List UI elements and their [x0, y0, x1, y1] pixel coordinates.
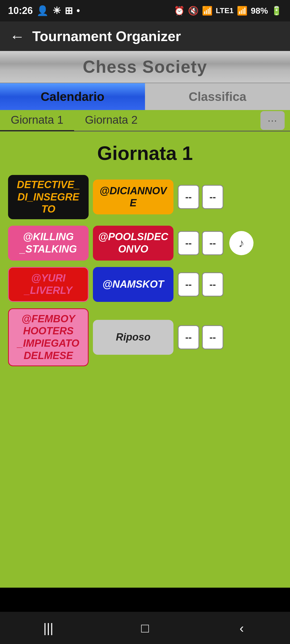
match-row: @FEMBOYHOOTERS_IMPIEGATODELMESE Riposo -…: [8, 308, 282, 366]
player2-name: @POOLSIDECONVO: [98, 231, 168, 255]
flip-icon: ⊞: [65, 5, 73, 16]
wifi-icon: 📶: [202, 6, 213, 16]
battery-icon: 🔋: [271, 6, 282, 16]
player1-card[interactable]: @YURI_LIVERLY: [8, 267, 89, 302]
status-time: 10:26: [8, 5, 33, 16]
player2-card[interactable]: @POOLSIDECONVO: [93, 226, 173, 261]
nav-menu-button[interactable]: |||: [35, 617, 62, 639]
score-pair: -- --: [178, 231, 223, 255]
chess-society-title: Chess Society: [83, 57, 207, 77]
chess-society-banner: Chess Society: [0, 51, 290, 83]
tab-calendario[interactable]: Calendario: [0, 83, 145, 110]
back-button[interactable]: ←: [10, 28, 25, 45]
alarm-icon: ⏰: [174, 6, 185, 16]
player2-card[interactable]: @DICIANNOVE: [93, 180, 173, 214]
page-title: Tournament Organizer: [32, 28, 181, 44]
sub-tabs: Giornata 1 Giornata 2: [0, 110, 260, 131]
player2-card: Riposo: [93, 320, 173, 355]
person-icon: 👤: [37, 5, 49, 16]
status-right: ⏰ 🔇 📶 LTE1 📶 98% 🔋: [174, 6, 282, 16]
score-box-2[interactable]: --: [202, 272, 223, 297]
status-bar: 10:26 👤 ☀ ⊞ • ⏰ 🔇 📶 LTE1 📶 98% 🔋: [0, 0, 290, 21]
main-tabs: Calendario Classifica: [0, 83, 290, 110]
sub-tabs-container: Giornata 1 Giornata 2 ···: [0, 110, 290, 131]
player1-name: @KILLING_STALKING: [20, 231, 77, 255]
player1-card[interactable]: DETECTIVE_DI_INSEGRETO: [8, 175, 89, 219]
top-bar: ← Tournament Organizer: [0, 21, 290, 51]
match-row: DETECTIVE_DI_INSEGRETO @DICIANNOVE -- --: [8, 175, 282, 219]
more-button[interactable]: ···: [260, 111, 285, 130]
score-box-2[interactable]: --: [202, 325, 223, 349]
score-box-1[interactable]: --: [178, 185, 199, 209]
menu-icon: |||: [43, 621, 53, 635]
music-button[interactable]: ♪: [229, 231, 253, 255]
brightness-icon: ☀: [52, 5, 61, 16]
player1-card[interactable]: @KILLING_STALKING: [8, 226, 89, 261]
tab-classifica[interactable]: Classifica: [145, 83, 290, 110]
player1-name: @YURI_LIVERLY: [24, 272, 73, 297]
score-box-1[interactable]: --: [178, 325, 199, 349]
nav-back-button[interactable]: ‹: [228, 617, 255, 639]
main-content: Giornata 1 DETECTIVE_DI_INSEGRETO @DICIA…: [0, 131, 290, 588]
round-title: Giornata 1: [8, 142, 282, 164]
score-pair: -- --: [178, 272, 223, 297]
score-pair: -- --: [178, 185, 223, 209]
player1-card[interactable]: @FEMBOYHOOTERS_IMPIEGATODELMESE: [8, 308, 89, 366]
signal-icon: 📶: [237, 6, 248, 16]
player1-name: DETECTIVE_DI_INSEGRETO: [17, 179, 80, 215]
match-row: @YURI_LIVERLY @NAMSKOT -- --: [8, 267, 282, 302]
score-pair: -- --: [178, 325, 223, 349]
score-box-1[interactable]: --: [178, 272, 199, 297]
nav-home-button[interactable]: □: [132, 617, 158, 639]
sub-tab-giornata2[interactable]: Giornata 2: [74, 110, 148, 131]
battery-label: 98%: [251, 6, 268, 16]
sub-tab-giornata1[interactable]: Giornata 1: [0, 110, 74, 131]
score-box-2[interactable]: --: [202, 231, 223, 255]
player2-name: Riposo: [116, 331, 151, 343]
back-icon: ‹: [240, 621, 244, 635]
player2-card[interactable]: @NAMSKOT: [93, 267, 173, 302]
lte-icon: LTE1: [216, 6, 234, 15]
match-row: @KILLING_STALKING @POOLSIDECONVO -- -- ♪: [8, 226, 282, 261]
score-box-1[interactable]: --: [178, 231, 199, 255]
mute-icon: 🔇: [188, 6, 199, 16]
dot-icon: •: [77, 5, 80, 16]
music-icon: ♪: [238, 236, 244, 250]
nav-bar: ||| □ ‹: [0, 612, 290, 644]
score-box-2[interactable]: --: [202, 185, 223, 209]
home-icon: □: [141, 621, 149, 635]
player2-name: @DICIANNOVE: [100, 185, 167, 209]
player2-name: @NAMSKOT: [102, 278, 164, 291]
status-left: 10:26 👤 ☀ ⊞ •: [8, 5, 80, 16]
player1-name: @FEMBOYHOOTERS_IMPIEGATODELMESE: [17, 313, 79, 362]
